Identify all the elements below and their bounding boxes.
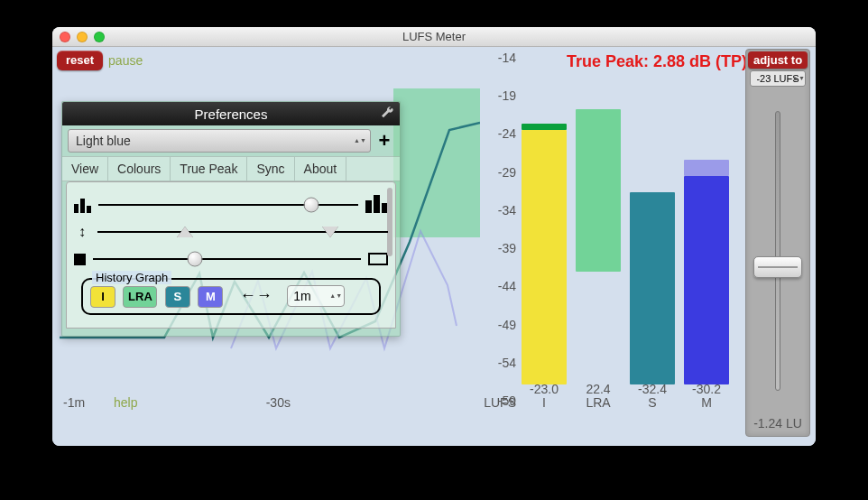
gain-slider-thumb[interactable]	[753, 256, 802, 278]
narrow-icon	[74, 254, 86, 265]
tab-view[interactable]: View	[62, 157, 108, 181]
preferences-panel: Preferences Light blue ▲▼ + ViewColoursT…	[61, 101, 401, 337]
toggle-S[interactable]: S	[165, 286, 190, 308]
axis-unit: LUFS	[475, 395, 516, 446]
theme-value: Light blue	[76, 134, 131, 148]
wide-icon	[368, 253, 388, 265]
large-bars-icon	[365, 197, 388, 213]
axis-tick: -54	[498, 356, 516, 370]
bar-I-fill	[522, 130, 567, 384]
bar-M-peak	[684, 160, 729, 176]
titlebar: LUFS Meter	[52, 27, 816, 47]
axis-tick: -39	[498, 241, 516, 255]
history-legend: History Graph	[92, 271, 171, 284]
theme-row: Light blue ▲▼ +	[62, 125, 400, 156]
gain-slider[interactable]	[775, 111, 780, 391]
bar-I-label: -23.0I	[518, 383, 570, 410]
axis-tick: -49	[498, 318, 516, 332]
tab-true-peak[interactable]: True Peak	[171, 157, 247, 181]
axis-tick: -19	[498, 88, 516, 103]
bar-S-label: -32.4S	[626, 383, 679, 410]
scrollbar[interactable]	[387, 188, 392, 256]
help-link[interactable]: help	[114, 395, 137, 410]
stepper-arrows-icon: ▲▼	[792, 71, 803, 86]
meter-bars: -23.0I 22.4LRA -32.4S -30.2M	[522, 54, 733, 410]
width-row	[74, 245, 388, 273]
app-window: LUFS Meter reset pause True Peak: 2.88 d…	[52, 27, 816, 446]
view-sliders: ↕ History Graph I LRA S M	[66, 181, 396, 329]
gain-readout: -1.24 LU	[746, 416, 809, 431]
adjust-panel: adjust to -23 LUFS ▲▼ -1.24 LU	[745, 49, 810, 437]
duration-select[interactable]: 1m ▲▼	[287, 285, 345, 307]
tab-about[interactable]: About	[295, 157, 347, 181]
adjust-to-button[interactable]: adjust to	[748, 51, 808, 69]
bar-S-fill	[630, 192, 675, 384]
time-mid: -30s	[266, 395, 291, 410]
prefs-tabs: ViewColoursTrue PeakSyncAbout	[62, 156, 400, 181]
range-row: ↕	[74, 218, 388, 245]
toggle-I[interactable]: I	[90, 286, 115, 308]
lufs-axis: -14-19-24-29-34-39-44-49-54-59	[475, 51, 516, 410]
dropdown-arrows-icon: ▲▼	[329, 286, 340, 306]
axis-tick: -14	[498, 51, 516, 65]
bar-LRA-label: 22.4LRA	[572, 383, 624, 410]
axis-tick: -34	[498, 203, 516, 218]
theme-select[interactable]: Light blue ▲▼	[68, 129, 371, 153]
wrench-icon	[380, 106, 394, 120]
history-graph-group: History Graph I LRA S M 1m ▲▼	[81, 278, 381, 315]
toggle-LRA[interactable]: LRA	[123, 286, 157, 308]
width-slider[interactable]	[93, 258, 361, 260]
axis-tick: -29	[498, 165, 516, 180]
target-lufs-stepper[interactable]: -23 LUFS ▲▼	[750, 70, 806, 87]
content-area: reset pause True Peak: 2.88 dB (TP) adju…	[52, 47, 816, 446]
bar-size-slider[interactable]	[98, 204, 358, 206]
axis-tick: -44	[498, 279, 516, 293]
dropdown-arrows-icon: ▲▼	[354, 130, 365, 152]
horizontal-arrows-icon	[240, 286, 272, 305]
small-bars-icon	[74, 197, 91, 213]
bar-LRA-fill	[576, 109, 621, 272]
tab-sync[interactable]: Sync	[247, 157, 294, 181]
tab-colours[interactable]: Colours	[108, 157, 171, 181]
range-slider[interactable]	[97, 231, 388, 233]
add-preset-button[interactable]: +	[374, 131, 394, 151]
preferences-header[interactable]: Preferences	[62, 102, 400, 125]
bar-M-fill	[684, 176, 729, 384]
toggle-M[interactable]: M	[198, 286, 223, 308]
bar-I-cap	[522, 124, 567, 130]
time-axis: -1m help -30s	[60, 395, 480, 410]
window-title: LUFS Meter	[52, 30, 816, 43]
bar-size-row	[74, 191, 388, 218]
vertical-arrows-icon: ↕	[74, 224, 90, 240]
axis-tick: -24	[498, 126, 516, 141]
preferences-title: Preferences	[195, 106, 268, 122]
duration-value: 1m	[293, 289, 310, 303]
bar-M-label: -30.2M	[680, 383, 733, 410]
time-start: -1m	[63, 395, 85, 410]
